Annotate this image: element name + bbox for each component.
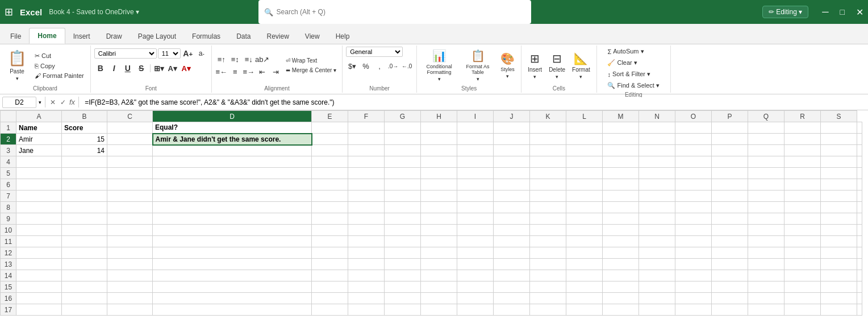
cell-data[interactable] — [385, 259, 421, 270]
cell-data[interactable] — [348, 122, 385, 134]
cell-data[interactable] — [530, 168, 566, 179]
cell-data[interactable] — [153, 259, 312, 270]
cell-data[interactable] — [784, 202, 821, 213]
cell-data[interactable] — [457, 259, 494, 270]
cell-data[interactable] — [348, 145, 385, 156]
row-header[interactable]: 12 — [1, 247, 16, 259]
cell-data[interactable] — [857, 156, 862, 168]
cell-data[interactable] — [530, 236, 566, 247]
editing-mode-button[interactable]: ✏ Editing ▾ — [762, 6, 808, 18]
grow-font-button[interactable]: A+ — [182, 47, 194, 60]
cell-data[interactable] — [494, 156, 530, 168]
cell-data[interactable] — [748, 145, 784, 156]
cell-data[interactable] — [421, 247, 457, 259]
italic-button[interactable]: I — [108, 62, 120, 74]
cell-data[interactable] — [153, 156, 312, 168]
cell-data[interactable] — [639, 293, 675, 304]
cell-data[interactable] — [153, 191, 312, 202]
font-family-select[interactable]: Calibri — [94, 48, 157, 59]
clear-button[interactable]: 🧹 Clear ▾ — [604, 58, 662, 68]
cell-data[interactable] — [153, 145, 312, 156]
cell-data[interactable] — [639, 179, 675, 191]
cell-data[interactable] — [748, 293, 784, 304]
cell-data[interactable] — [603, 202, 639, 213]
cell-data[interactable] — [457, 225, 494, 236]
cell-data[interactable] — [675, 202, 712, 213]
row-header[interactable]: 15 — [1, 281, 16, 293]
cell-data[interactable] — [857, 304, 862, 316]
cell-data[interactable] — [639, 134, 675, 145]
cell-data[interactable] — [712, 122, 748, 134]
cell-data[interactable] — [530, 202, 566, 213]
cell-data[interactable] — [385, 202, 421, 213]
row-header[interactable]: 9 — [1, 213, 16, 225]
cell-data[interactable] — [748, 281, 784, 293]
cell-data[interactable] — [639, 156, 675, 168]
autosum-button[interactable]: Σ AutoSum ▾ — [604, 47, 662, 56]
cell-data[interactable] — [348, 168, 385, 179]
copy-button[interactable]: ⎘ Copy — [32, 61, 87, 71]
cell-data[interactable] — [107, 259, 153, 270]
cell-data[interactable] — [530, 259, 566, 270]
cell-data[interactable] — [385, 293, 421, 304]
cell-data[interactable] — [494, 122, 530, 134]
cell-data[interactable] — [312, 122, 348, 134]
align-bottom-button[interactable]: ≡↓ — [243, 53, 255, 65]
cell-data[interactable] — [821, 202, 857, 213]
cell-data[interactable] — [457, 213, 494, 225]
cell-data[interactable] — [603, 270, 639, 281]
cell-data[interactable] — [62, 225, 107, 236]
row-header[interactable]: 11 — [1, 236, 16, 247]
cell-data[interactable] — [16, 236, 62, 247]
col-header-j[interactable]: J — [494, 111, 530, 122]
cell-data[interactable] — [821, 236, 857, 247]
cell-ref-arrow[interactable]: ▾ — [39, 100, 41, 105]
cell-data[interactable] — [675, 259, 712, 270]
cell-data[interactable] — [748, 225, 784, 236]
cell-data[interactable] — [494, 293, 530, 304]
cell-data[interactable] — [748, 247, 784, 259]
cell-data[interactable] — [639, 259, 675, 270]
cell-data[interactable] — [566, 134, 603, 145]
col-header-f[interactable]: F — [348, 111, 385, 122]
cell-data[interactable] — [62, 247, 107, 259]
cell-data[interactable] — [566, 247, 603, 259]
cell-data[interactable] — [712, 213, 748, 225]
cell-data[interactable] — [784, 281, 821, 293]
cell-data[interactable] — [603, 134, 639, 145]
cell-data[interactable] — [639, 304, 675, 316]
format-as-table-button[interactable]: 📋 Format As Table ▾ — [459, 47, 496, 84]
cell-data[interactable] — [639, 247, 675, 259]
indent-decrease-button[interactable]: ⇤ — [256, 66, 269, 77]
cell-data[interactable] — [821, 213, 857, 225]
cell-data[interactable] — [821, 304, 857, 316]
cell-data[interactable] — [457, 293, 494, 304]
cell-data[interactable] — [748, 156, 784, 168]
cell-data[interactable] — [421, 168, 457, 179]
col-header-e[interactable]: E — [312, 111, 348, 122]
cell-data[interactable] — [603, 293, 639, 304]
cell-data[interactable] — [784, 179, 821, 191]
cell-data[interactable] — [107, 247, 153, 259]
cell-data[interactable] — [421, 145, 457, 156]
cell-data[interactable] — [421, 259, 457, 270]
cell-data[interactable] — [385, 191, 421, 202]
cell-data[interactable] — [675, 236, 712, 247]
cell-data[interactable] — [312, 168, 348, 179]
cell-data[interactable] — [821, 156, 857, 168]
cell-data[interactable] — [494, 145, 530, 156]
cell-data[interactable] — [857, 213, 862, 225]
confirm-formula-button[interactable]: ✓ — [59, 98, 67, 106]
cell-data[interactable] — [421, 293, 457, 304]
cell-data[interactable] — [784, 225, 821, 236]
cell-data[interactable] — [821, 122, 857, 134]
cell-data[interactable] — [16, 191, 62, 202]
window-maximize[interactable]: □ — [840, 7, 845, 16]
cell-data[interactable] — [639, 122, 675, 134]
cell-data[interactable] — [821, 168, 857, 179]
tab-review[interactable]: Review — [258, 29, 297, 44]
cell-data[interactable] — [62, 191, 107, 202]
cell-data[interactable] — [675, 213, 712, 225]
comma-button[interactable]: , — [373, 60, 386, 72]
cell-data[interactable] — [566, 122, 603, 134]
